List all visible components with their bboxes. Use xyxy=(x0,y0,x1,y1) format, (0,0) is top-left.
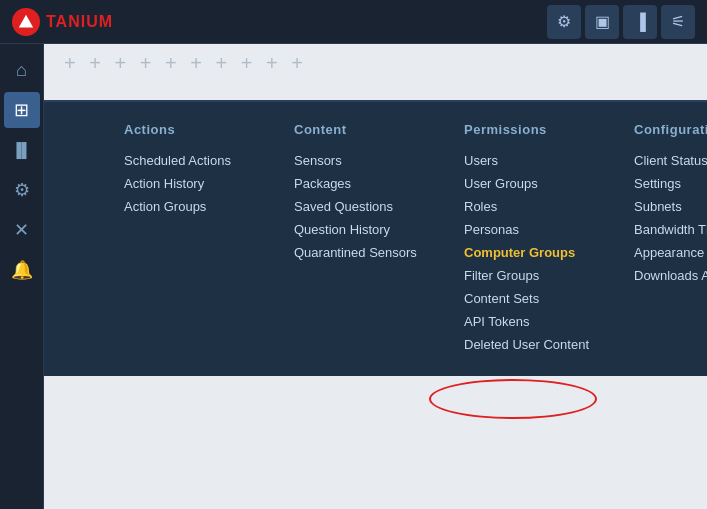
menu-item-subnets[interactable]: Subnets xyxy=(634,195,707,218)
menu-column-actions: ActionsScheduled ActionsAction HistoryAc… xyxy=(124,122,254,356)
logo-icon xyxy=(12,8,40,36)
sidebar-item-chart[interactable]: ▐▌ xyxy=(4,132,40,168)
menu-column-content: ContentSensorsPackagesSaved QuestionsQue… xyxy=(294,122,424,356)
sidebar-item-home[interactable]: ⌂ xyxy=(4,52,40,88)
menu-item-content-sets[interactable]: Content Sets xyxy=(464,287,594,310)
svg-marker-0 xyxy=(19,14,33,27)
main-layout: ⌂ ⊞ ▐▌ ⚙ ✕ 🔔 ⋮ TANIUM ™ Interact + + + +… xyxy=(0,44,707,509)
menu-item-filter-groups[interactable]: Filter Groups xyxy=(464,264,594,287)
menu-item-computer-groups[interactable]: Computer Groups xyxy=(464,241,594,264)
menu-item-quarantined-sensors[interactable]: Quarantined Sensors xyxy=(294,241,424,264)
menu-item-action-history[interactable]: Action History xyxy=(124,172,254,195)
menu-header-actions: Actions xyxy=(124,122,254,137)
menu-item-client-status[interactable]: Client Status xyxy=(634,149,707,172)
tanium-logo: TANIUM xyxy=(12,8,113,36)
menu-item-action-groups[interactable]: Action Groups xyxy=(124,195,254,218)
link-button[interactable]: ⚟ xyxy=(661,5,695,39)
chart-button[interactable]: ▐ xyxy=(623,5,657,39)
menu-item-downloads-authentic...[interactable]: Downloads Authentic... xyxy=(634,264,707,287)
menu-item-users[interactable]: Users xyxy=(464,149,594,172)
menu-item-api-tokens[interactable]: API Tokens xyxy=(464,310,594,333)
sidebar-item-bell[interactable]: 🔔 xyxy=(4,252,40,288)
content-area: ⋮ TANIUM ™ Interact + + + + + + + + + + … xyxy=(44,44,707,509)
menu-item-sensors[interactable]: Sensors xyxy=(294,149,424,172)
menu-item-appearance[interactable]: Appearance xyxy=(634,241,707,264)
menu-item-personas[interactable]: Personas xyxy=(464,218,594,241)
menu-header-content: Content xyxy=(294,122,424,137)
dropdown-menu: ActionsScheduled ActionsAction HistoryAc… xyxy=(44,100,707,376)
gear-button[interactable]: ⚙ xyxy=(547,5,581,39)
menu-item-roles[interactable]: Roles xyxy=(464,195,594,218)
sidebar: ⌂ ⊞ ▐▌ ⚙ ✕ 🔔 xyxy=(0,44,44,509)
menu-column-configuration: ConfigurationClient StatusSettingsSubnet… xyxy=(634,122,707,356)
desktop-button[interactable]: ▣ xyxy=(585,5,619,39)
top-navbar: TANIUM ⚙ ▣ ▐ ⚟ xyxy=(0,0,707,44)
logo-text: TANIUM xyxy=(46,13,113,31)
menu-header-permissions: Permissions xyxy=(464,122,594,137)
menu-header-configuration: Configuration xyxy=(634,122,707,137)
menu-item-scheduled-actions[interactable]: Scheduled Actions xyxy=(124,149,254,172)
menu-column-permissions: PermissionsUsersUser GroupsRolesPersonas… xyxy=(464,122,594,356)
menu-item-user-groups[interactable]: User Groups xyxy=(464,172,594,195)
sidebar-item-tools[interactable]: ✕ xyxy=(4,212,40,248)
top-bar-icons: ⚙ ▣ ▐ ⚟ xyxy=(547,5,695,39)
menu-item-packages[interactable]: Packages xyxy=(294,172,424,195)
menu-item-settings[interactable]: Settings xyxy=(634,172,707,195)
decorative-dots: + + + + + + + + + + xyxy=(64,52,307,75)
menu-item-saved-questions[interactable]: Saved Questions xyxy=(294,195,424,218)
menu-item-question-history[interactable]: Question History xyxy=(294,218,424,241)
menu-item-bandwidth-throttles[interactable]: Bandwidth Throttles xyxy=(634,218,707,241)
sidebar-item-grid[interactable]: ⊞ xyxy=(4,92,40,128)
menu-item-deleted-user-content[interactable]: Deleted User Content xyxy=(464,333,594,356)
sidebar-item-settings[interactable]: ⚙ xyxy=(4,172,40,208)
